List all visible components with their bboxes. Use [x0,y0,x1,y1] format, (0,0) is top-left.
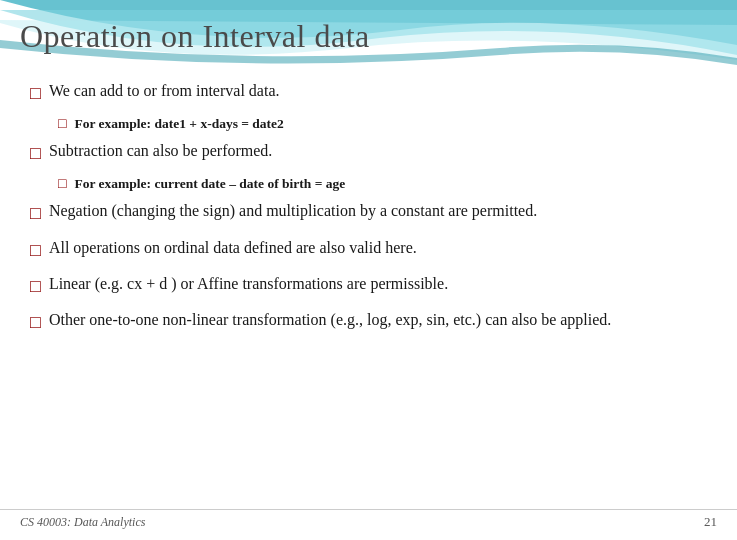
bullet-text-6: Other one-to-one non-linear transformati… [49,309,717,331]
bullet-item-6: □ Other one-to-one non-linear transforma… [30,309,717,335]
bullet-text-4: All operations on ordinal data defined a… [49,237,717,259]
slide-title: Operation on Interval data [20,18,717,55]
bullet-marker-1: □ [30,81,41,106]
footer: CS 40003: Data Analytics 21 [20,514,717,530]
bullet-item-1: □ We can add to or from interval data. [30,80,717,106]
bullet-marker-5: □ [30,274,41,299]
bullet-marker-4: □ [30,238,41,263]
bullet-text-2: Subtraction can also be performed. [49,140,717,162]
bullet-text-3: Negation (changing the sign) and multipl… [49,200,717,222]
bullet-item-4: □ All operations on ordinal data defined… [30,237,717,263]
bullet-text-5: Linear (e.g. cx + d ) or Affine transfor… [49,273,717,295]
sub-bullet-marker-1: □ [58,116,66,132]
bullet-item-3: □ Negation (changing the sign) and multi… [30,200,717,226]
footer-page: 21 [704,514,717,530]
bullet-marker-2: □ [30,141,41,166]
sub-bullet-text-2: For example: current date – date of birt… [74,176,345,192]
title-bar: Operation on Interval data [0,18,737,55]
sub-bullet-marker-2: □ [58,176,66,192]
sub-bullet-2: □ For example: current date – date of bi… [58,176,717,192]
bullet-marker-3: □ [30,201,41,226]
content-area: □ We can add to or from interval data. □… [30,80,717,500]
bullet-item-2: □ Subtraction can also be performed. [30,140,717,166]
slide-container: Operation on Interval data □ We can add … [0,0,737,540]
sub-bullet-1: □ For example: date1 + x-days = date2 [58,116,717,132]
bullet-text-1: We can add to or from interval data. [49,80,717,102]
divider-line [0,509,737,510]
sub-bullet-text-1: For example: date1 + x-days = date2 [74,116,283,132]
bullet-marker-6: □ [30,310,41,335]
bullet-item-5: □ Linear (e.g. cx + d ) or Affine transf… [30,273,717,299]
footer-course: CS 40003: Data Analytics [20,515,145,530]
